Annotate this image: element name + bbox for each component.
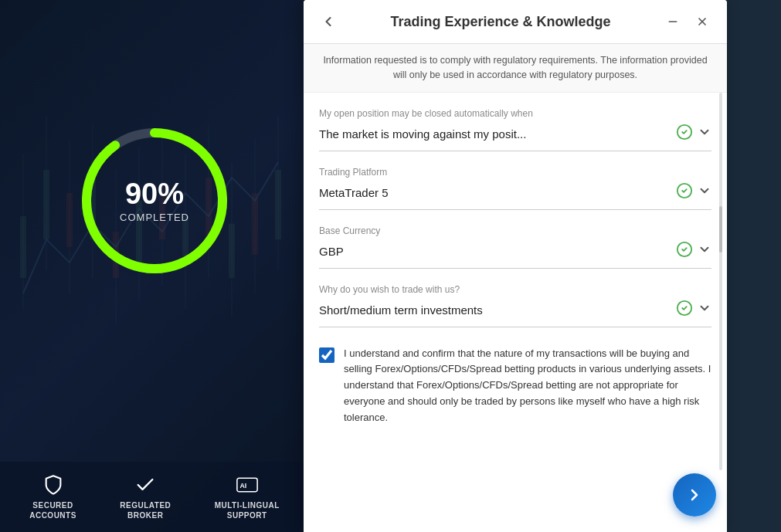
- progress-circle: 90% COMPLETED: [77, 124, 232, 278]
- regulated-broker-label: REGULATED BROKER: [120, 500, 171, 520]
- modal-notice: Information requested is to comply with …: [304, 44, 727, 93]
- progress-area: 90% COMPLETED: [39, 124, 270, 278]
- base-currency-check-icon: [676, 241, 693, 262]
- form-group-trading-platform: Trading Platform MetaTrader 5: [319, 167, 711, 210]
- secured-accounts-item: SECURED ACCOUNTS: [29, 473, 76, 520]
- open-position-value: The market is moving against my posit...: [319, 127, 676, 141]
- trade-reason-chevron-icon[interactable]: [698, 301, 711, 318]
- regulated-broker-item: REGULATED BROKER: [120, 473, 171, 520]
- trading-platform-icons: [676, 182, 711, 203]
- trading-platform-check-icon: [676, 182, 693, 203]
- ai-icon: AI: [236, 473, 259, 496]
- open-position-check-icon: [676, 124, 693, 144]
- progress-percent: 90%: [120, 179, 189, 208]
- minimize-button[interactable]: [662, 11, 684, 32]
- open-position-label: My open position may be closed automatic…: [319, 108, 711, 119]
- trade-reason-select[interactable]: Short/medium term investments: [319, 300, 711, 327]
- base-currency-icons: [676, 241, 711, 262]
- close-button[interactable]: [691, 11, 713, 32]
- open-position-select[interactable]: The market is moving against my posit...: [319, 124, 711, 151]
- multi-lingual-item: AI MULTI-LINGUAL SUPPORT: [215, 473, 280, 520]
- form-group-open-position: My open position may be closed automatic…: [319, 108, 711, 151]
- form-group-base-currency: Base Currency GBP: [319, 225, 711, 269]
- checkbox-section: I understand and confirm that the nature…: [319, 346, 711, 426]
- modal-body[interactable]: My open position may be closed automatic…: [304, 93, 727, 533]
- shield-icon: [42, 473, 65, 496]
- modal-title: Trading Experience & Knowledge: [339, 14, 662, 30]
- progress-text: 90% COMPLETED: [120, 179, 189, 223]
- modal-header-actions: [662, 11, 713, 32]
- scroll-indicator: [719, 93, 722, 470]
- secured-accounts-label: SECURED ACCOUNTS: [29, 500, 76, 520]
- form-group-trade-reason: Why do you wish to trade with us? Short/…: [319, 284, 711, 327]
- trade-reason-label: Why do you wish to trade with us?: [319, 284, 711, 295]
- trading-platform-value: MetaTrader 5: [319, 186, 676, 199]
- scroll-thumb: [719, 206, 722, 252]
- trading-platform-select[interactable]: MetaTrader 5: [319, 182, 711, 210]
- checkbox-text: I understand and confirm that the nature…: [344, 346, 711, 426]
- back-button[interactable]: [317, 11, 339, 32]
- modal-header: Trading Experience & Knowledge: [304, 0, 727, 44]
- base-currency-chevron-icon[interactable]: [698, 242, 711, 259]
- next-button[interactable]: [673, 473, 716, 517]
- background-panel: 90% COMPLETED SECURED ACCOUNTS: [0, 0, 309, 532]
- progress-label: COMPLETED: [120, 212, 189, 223]
- bottom-icons-bar: SECURED ACCOUNTS REGULATED BROKER AI: [0, 462, 309, 532]
- trading-platform-label: Trading Platform: [319, 167, 711, 178]
- modal-dialog: Trading Experience & Knowledge Informati…: [304, 0, 727, 532]
- open-position-chevron-icon[interactable]: [698, 125, 711, 142]
- trade-reason-check-icon: [676, 300, 693, 320]
- trade-reason-value: Short/medium term investments: [319, 303, 676, 317]
- terms-checkbox[interactable]: [319, 347, 334, 363]
- base-currency-select[interactable]: GBP: [319, 241, 711, 269]
- base-currency-value: GBP: [319, 245, 676, 258]
- svg-text:AI: AI: [239, 482, 246, 490]
- open-position-icons: [676, 124, 711, 144]
- trade-reason-icons: [676, 300, 711, 320]
- base-currency-label: Base Currency: [319, 225, 711, 236]
- trading-platform-chevron-icon[interactable]: [698, 184, 711, 201]
- check-icon: [134, 473, 157, 496]
- multi-lingual-label: MULTI-LINGUAL SUPPORT: [215, 500, 280, 520]
